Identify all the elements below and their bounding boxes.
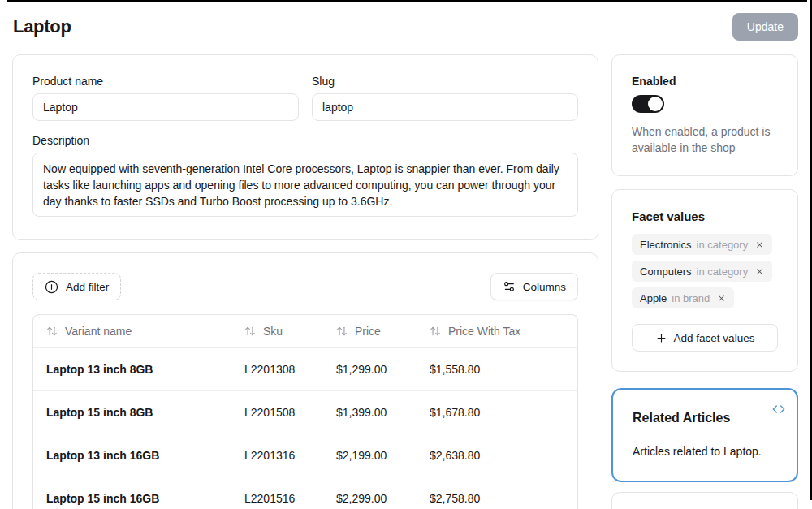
facet-values-card: Facet values Electronics in category Com… [611,189,798,372]
sort-icon[interactable] [244,326,256,337]
slug-label: Slug [312,75,578,88]
name-slug-row: Product name Slug [32,75,578,121]
sidebar: Enabled When enabled, a product is avail… [611,54,798,509]
sort-icon[interactable] [430,326,441,337]
add-facet-values-button[interactable]: Add facet values [632,324,778,352]
add-filter-label: Add filter [66,281,109,293]
related-articles-description: Articles related to Laptop. [633,445,777,458]
facet-chip-value: Electronics [640,239,692,251]
column-header-variant-name[interactable]: Variant name [33,325,231,338]
facet-chip: Electronics in category [632,234,772,255]
enabled-card: Enabled When enabled, a product is avail… [611,54,798,176]
description-label: Description [32,134,578,147]
code-icon[interactable] [772,403,785,416]
variant-name-cell[interactable]: Laptop 13 inch 16GB [33,449,231,462]
column-label: Sku [263,325,283,338]
add-facet-values-label: Add facet values [674,332,755,344]
related-articles-card[interactable]: Related Articles Articles related to Lap… [611,388,798,482]
price-cell: $2,199.00 [323,449,417,462]
variant-name-cell[interactable]: Laptop 15 inch 16GB [33,492,231,505]
description-field-group: Description Now equipped with seventh-ge… [32,134,578,220]
facet-chip-facet: in category [697,265,749,278]
window-edge-top [7,0,807,2]
enabled-toggle[interactable] [632,95,664,113]
sku-cell: L2201308 [231,363,323,376]
price-with-tax-cell: $2,638.80 [417,449,577,462]
product-name-field-group: Product name [32,75,299,121]
description-input[interactable]: Now equipped with seventh-generation Int… [32,153,578,217]
main-content: Product name Slug Description Now equipp… [0,42,812,509]
variant-name-cell[interactable]: Laptop 15 inch 8GB [33,406,231,419]
plus-icon [655,332,667,344]
add-filter-button[interactable]: Add filter [32,273,121,300]
facet-chip: Apple in brand [632,287,734,308]
facet-chip-value: Computers [640,265,692,278]
facet-chip: Computers in category [632,261,772,282]
price-with-tax-cell: $1,678.80 [417,406,577,419]
table-row[interactable]: Laptop 13 inch 8GB L2201308 $1,299.00 $1… [33,347,577,390]
price-cell: $1,399.00 [323,406,417,419]
page-header: Laptop Update [0,0,812,42]
column-label: Price With Tax [448,325,520,338]
columns-button[interactable]: Columns [490,273,578,300]
update-button[interactable]: Update [732,13,798,41]
related-articles-title: Related Articles [633,411,777,425]
sku-cell: L2201508 [231,406,323,419]
column-header-price[interactable]: Price [323,325,417,338]
table-header-row: Variant name Sku Price Price With Tax [33,315,577,347]
variants-table: Variant name Sku Price Price With Tax [32,314,578,509]
table-body: Laptop 13 inch 8GB L2201308 $1,299.00 $1… [33,347,577,509]
page-title: Laptop [13,16,71,37]
variants-toolbar: Add filter Columns [32,273,578,300]
sku-cell: L2201316 [231,449,323,462]
column-label: Price [355,325,381,338]
column-header-sku[interactable]: Sku [231,325,323,338]
price-cell: $1,299.00 [323,363,417,376]
assets-card: Assets [611,492,798,509]
remove-facet-icon[interactable] [717,294,726,303]
slug-input[interactable] [312,93,578,121]
facet-chip-facet: in brand [672,292,710,304]
product-name-input[interactable] [32,93,299,121]
price-with-tax-cell: $2,758.80 [417,492,577,505]
remove-facet-icon[interactable] [755,267,764,276]
columns-label: Columns [523,281,566,293]
facet-chip-value: Apple [640,292,667,304]
main-column: Product name Slug Description Now equipp… [12,54,598,509]
price-cell: $2,299.00 [323,492,417,505]
column-header-price-with-tax[interactable]: Price With Tax [417,325,577,338]
variant-name-cell[interactable]: Laptop 13 inch 8GB [33,363,231,376]
enabled-label: Enabled [632,75,778,88]
facet-values-title: Facet values [632,209,778,223]
price-with-tax-cell: $1,558.80 [417,363,577,376]
sort-icon[interactable] [46,326,58,337]
circle-plus-icon [45,280,58,294]
facet-chip-facet: in category [697,239,749,251]
product-name-label: Product name [32,75,299,88]
product-details-card: Product name Slug Description Now equipp… [12,54,598,240]
table-row[interactable]: Laptop 15 inch 16GB L2201516 $2,299.00 $… [33,477,577,509]
sort-icon[interactable] [336,326,348,337]
table-row[interactable]: Laptop 13 inch 16GB L2201316 $2,199.00 $… [33,434,577,477]
column-settings-icon [503,280,516,293]
variants-card: Add filter Columns Variant name [12,252,598,509]
slug-field-group: Slug [312,75,578,121]
remove-facet-icon[interactable] [755,240,764,249]
table-row[interactable]: Laptop 15 inch 8GB L2201508 $1,399.00 $1… [33,390,577,434]
sku-cell: L2201516 [231,492,323,505]
column-label: Variant name [65,325,132,338]
toggle-knob [648,97,663,111]
enabled-description: When enabled, a product is available in … [632,123,778,156]
facet-chip-list: Electronics in category Computers in cat… [632,234,778,314]
